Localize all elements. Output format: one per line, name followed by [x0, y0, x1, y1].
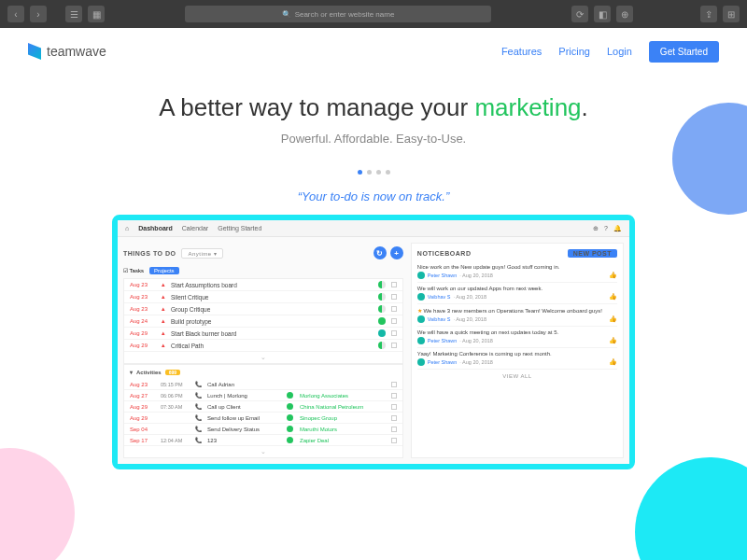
- dot-3[interactable]: [376, 170, 381, 175]
- dot-4[interactable]: [386, 170, 390, 175]
- avatar: [417, 293, 425, 301]
- activity-checkbox[interactable]: [391, 382, 397, 387]
- filter-dropdown[interactable]: Anytime ▾: [181, 248, 223, 259]
- refresh-button[interactable]: ↻: [374, 246, 387, 259]
- app-topbar: ⌂ Dashboard Calendar Getting Started ⊕ ?…: [118, 220, 629, 237]
- activity-checkbox[interactable]: [391, 438, 397, 443]
- task-row[interactable]: Aug 23▴Group Critique: [124, 303, 402, 315]
- dot-1[interactable]: [358, 170, 362, 175]
- url-placeholder: Search or enter website name: [295, 10, 395, 19]
- noticeboard-post[interactable]: Yaay! Marketing Conference is coming up …: [417, 348, 617, 370]
- task-checkbox[interactable]: [391, 343, 397, 348]
- share-button[interactable]: ⇪: [700, 6, 717, 22]
- search-icon: 🔍: [282, 10, 291, 19]
- activity-row[interactable]: Aug 2907:30 AM📞Call up ClientChina Natio…: [124, 401, 402, 413]
- hero-subtitle: Powerful. Affordable. Easy-to-Use.: [0, 132, 747, 146]
- main-nav: Features Pricing Login Get Started: [501, 41, 719, 63]
- activity-row[interactable]: Sep 1712:04 AM📞123Zapier Deal: [124, 435, 402, 446]
- task-row[interactable]: Aug 23▴Start Assumptions board: [124, 279, 402, 291]
- activity-list: ▾ Activities 699 Aug 2305:15 PM📞Call Adr…: [123, 364, 403, 458]
- nav-login[interactable]: Login: [607, 46, 632, 57]
- brand-logo[interactable]: teamwave: [28, 43, 106, 60]
- brand-name: teamwave: [47, 44, 106, 59]
- new-post-button[interactable]: NEW POST: [568, 249, 617, 258]
- browser-toolbar: ‹ › ☰ ▦ 🔍 Search or enter website name ⟳…: [0, 0, 747, 28]
- task-tabs: ☑ Tasks Projects: [123, 267, 403, 274]
- activity-checkbox[interactable]: [391, 415, 397, 421]
- things-to-do-header: THINGS TO DO Anytime ▾ ↻ +: [123, 243, 403, 263]
- noticeboard-panel: NOTICEBOARD NEW POST Nice work on the Ne…: [411, 243, 624, 458]
- like-icon[interactable]: 👍: [609, 272, 617, 279]
- task-row[interactable]: Aug 29▴Critical Path: [124, 340, 402, 352]
- activity-row[interactable]: Sep 04📞Send Delivery StatusMaruthi Motor…: [124, 424, 402, 435]
- noticeboard-header: NOTICEBOARD NEW POST: [417, 249, 617, 258]
- like-icon[interactable]: 👍: [609, 293, 617, 301]
- back-button[interactable]: ‹: [7, 6, 24, 22]
- app-body: THINGS TO DO Anytime ▾ ↻ + ☑ Tasks Proje…: [118, 237, 629, 464]
- activity-row[interactable]: Aug 2305:15 PM📞Call Adrian: [124, 379, 402, 390]
- quote-text: “Your to-do is now on track.”: [0, 189, 747, 203]
- task-row[interactable]: Aug 24▴Build prototype: [124, 315, 402, 328]
- app-screenshot: ⌂ Dashboard Calendar Getting Started ⊕ ?…: [112, 215, 635, 469]
- sidebar-button[interactable]: ☰: [65, 6, 82, 22]
- bell-icon[interactable]: 🔔: [613, 225, 622, 232]
- task-checkbox[interactable]: [391, 318, 397, 324]
- activity-row[interactable]: Aug 2706:06 PM📞Lunch | MorlongMorlong As…: [124, 390, 402, 401]
- tab-getting-started[interactable]: Getting Started: [218, 225, 261, 231]
- nav-pricing[interactable]: Pricing: [558, 46, 590, 57]
- add-task-button[interactable]: +: [390, 246, 403, 259]
- help-icon[interactable]: ?: [604, 225, 608, 232]
- site-header: teamwave Features Pricing Login Get Star…: [0, 28, 747, 75]
- url-bar[interactable]: 🔍 Search or enter website name: [185, 6, 491, 22]
- reader-button[interactable]: ◧: [594, 6, 611, 22]
- noticeboard-post[interactable]: ★ We have 3 new members on Operations Te…: [417, 304, 617, 327]
- view-all-link[interactable]: VIEW ALL: [417, 370, 617, 383]
- task-row[interactable]: Aug 23▴Silent Critique: [124, 291, 402, 303]
- forward-button[interactable]: ›: [30, 6, 47, 22]
- task-checkbox[interactable]: [391, 330, 397, 336]
- home-icon[interactable]: ⌂: [125, 225, 129, 231]
- task-row[interactable]: Aug 29▴Start Black burner board: [124, 328, 402, 340]
- tabs-button[interactable]: ⊞: [723, 6, 740, 22]
- activity-checkbox[interactable]: [391, 404, 397, 410]
- reload-button[interactable]: ⟳: [571, 6, 588, 22]
- logo-icon: [28, 43, 41, 60]
- tab-calendar[interactable]: Calendar: [182, 225, 208, 231]
- carousel-dots: [0, 170, 747, 175]
- noticeboard-post[interactable]: We will work on our updated Apps from ne…: [417, 283, 617, 304]
- task-list: Aug 23▴Start Assumptions boardAug 23▴Sil…: [123, 278, 403, 364]
- add-icon[interactable]: ⊕: [593, 225, 599, 232]
- dot-2[interactable]: [367, 170, 372, 175]
- decoration-circle-pink: [0, 448, 75, 560]
- tab-dashboard[interactable]: Dashboard: [138, 225, 173, 231]
- expand-icon[interactable]: ⌄: [124, 446, 402, 457]
- decoration-circle-cyan: [635, 457, 747, 560]
- tab-projects[interactable]: Projects: [149, 267, 179, 274]
- hero-title: A better way to manage your marketing.: [0, 93, 747, 122]
- get-started-button[interactable]: Get Started: [649, 41, 719, 63]
- expand-icon[interactable]: ⌄: [124, 352, 402, 363]
- avatar: [417, 358, 425, 366]
- activities-count: 699: [165, 370, 180, 375]
- activity-checkbox[interactable]: [391, 427, 397, 432]
- hero-section: A better way to manage your marketing. P…: [0, 75, 747, 155]
- like-icon[interactable]: 👍: [609, 358, 617, 366]
- task-checkbox[interactable]: [391, 282, 397, 287]
- activity-checkbox[interactable]: [391, 393, 397, 399]
- tab-tasks[interactable]: ☑ Tasks: [123, 267, 144, 274]
- avatar: [417, 272, 425, 279]
- noticeboard-post[interactable]: We will have a quick meeting on next upd…: [417, 327, 617, 348]
- noticeboard-post[interactable]: Nice work on the New update guys! Good s…: [417, 261, 617, 283]
- like-icon[interactable]: 👍: [609, 337, 617, 344]
- activity-row[interactable]: Aug 29📞Send follow up EmailSinopec Group: [124, 413, 402, 424]
- download-button[interactable]: ⊕: [616, 6, 633, 22]
- activities-header: ▾ Activities 699: [124, 365, 402, 379]
- avatar: [417, 315, 425, 323]
- task-checkbox[interactable]: [391, 306, 397, 312]
- task-checkbox[interactable]: [391, 294, 397, 300]
- grid-button[interactable]: ▦: [88, 6, 105, 22]
- like-icon[interactable]: 👍: [609, 315, 617, 323]
- page-content: teamwave Features Pricing Login Get Star…: [0, 28, 747, 560]
- left-panel: THINGS TO DO Anytime ▾ ↻ + ☑ Tasks Proje…: [123, 243, 403, 458]
- nav-features[interactable]: Features: [501, 46, 542, 57]
